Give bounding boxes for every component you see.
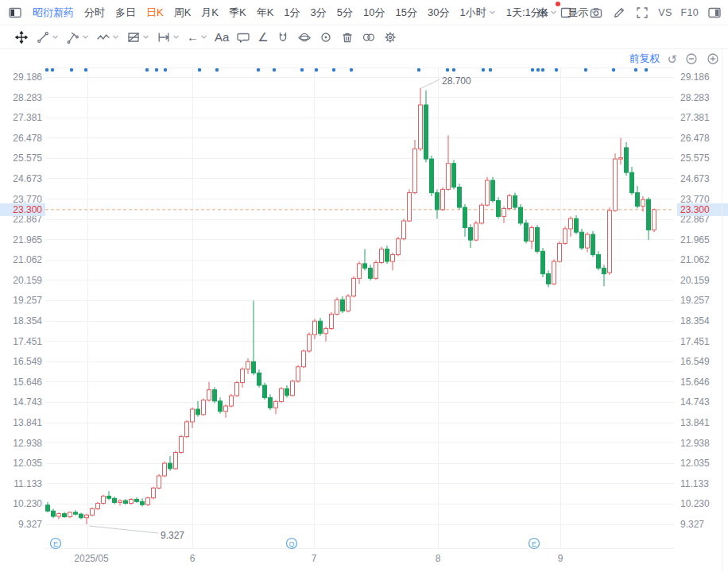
candle-body[interactable] <box>258 373 261 385</box>
candle-body[interactable] <box>124 500 128 503</box>
candle-body[interactable] <box>363 264 367 269</box>
period-month-k[interactable]: 月K <box>201 6 219 20</box>
candle-body[interactable] <box>614 159 618 211</box>
candle-body[interactable] <box>513 195 517 207</box>
candle-body[interactable] <box>625 148 629 172</box>
period-10min[interactable]: 10分 <box>363 6 385 20</box>
period-15min[interactable]: 15分 <box>396 6 417 20</box>
event-dot[interactable] <box>273 68 276 72</box>
comment-tool[interactable] <box>236 30 250 44</box>
event-dot[interactable] <box>332 68 335 72</box>
trendline-tool[interactable] <box>36 30 59 44</box>
candle-body[interactable] <box>436 193 440 210</box>
period-1min[interactable]: 1分 <box>284 6 300 20</box>
candle-body[interactable] <box>491 180 495 201</box>
tool-settings-icon[interactable] <box>383 30 397 44</box>
candle-body[interactable] <box>652 210 656 230</box>
candle-body[interactable] <box>330 314 334 328</box>
candle-body[interactable] <box>486 180 490 205</box>
candle-body[interactable] <box>608 211 612 272</box>
arrow-tool[interactable]: ← <box>187 30 207 44</box>
event-dot[interactable] <box>541 68 544 72</box>
event-dot[interactable] <box>300 68 304 72</box>
event-dot[interactable] <box>350 68 353 72</box>
period-day-k[interactable]: 日K <box>146 6 164 20</box>
candle-body[interactable] <box>202 400 206 415</box>
event-dot[interactable] <box>84 68 87 72</box>
candle-body[interactable] <box>335 300 339 314</box>
zoom-in-icon[interactable] <box>706 52 720 66</box>
f10-info-button[interactable]: F10 <box>681 7 699 18</box>
candle-body[interactable] <box>458 187 462 208</box>
left-panel-icon[interactable] <box>8 6 22 20</box>
symbol-name[interactable]: 昭衍新药 <box>33 6 74 20</box>
candle-body[interactable] <box>57 514 61 516</box>
magnet-tool[interactable] <box>276 30 290 44</box>
fullscreen-icon[interactable] <box>635 6 649 20</box>
candle-body[interactable] <box>402 221 406 239</box>
candle-body[interactable] <box>341 300 345 311</box>
event-dot[interactable] <box>51 68 54 72</box>
event-dot[interactable] <box>446 68 449 72</box>
event-dot[interactable] <box>612 68 615 72</box>
candle-body[interactable] <box>280 388 284 401</box>
candle-body[interactable] <box>525 223 529 242</box>
candle-body[interactable] <box>302 351 306 367</box>
candle-body[interactable] <box>85 515 89 517</box>
candle-body[interactable] <box>207 390 211 400</box>
candle-body[interactable] <box>291 381 295 396</box>
candle-body[interactable] <box>308 334 312 351</box>
candle-body[interactable] <box>452 164 456 187</box>
event-dot[interactable] <box>536 68 540 72</box>
candle-body[interactable] <box>358 264 362 278</box>
edit-pencil-icon[interactable] <box>612 6 626 20</box>
candle-body[interactable] <box>246 361 250 369</box>
pan-tool[interactable] <box>14 30 29 44</box>
event-dot[interactable] <box>555 68 558 72</box>
candle-body[interactable] <box>63 514 67 517</box>
pattern-tool[interactable] <box>126 30 149 44</box>
display-menu[interactable]: 显示 <box>567 6 598 20</box>
candle-body[interactable] <box>413 149 417 192</box>
event-dot[interactable] <box>482 68 485 72</box>
candle-body[interactable] <box>597 255 601 269</box>
candle-body[interactable] <box>52 511 56 516</box>
event-dot[interactable] <box>155 68 158 72</box>
candle-body[interactable] <box>107 496 111 498</box>
target-tool[interactable] <box>319 30 333 44</box>
candle-body[interactable] <box>463 207 467 228</box>
candle-body[interactable] <box>569 218 573 229</box>
candle-body[interactable] <box>580 232 584 248</box>
candle-body[interactable] <box>447 164 451 190</box>
undo-icon[interactable]: ↺ <box>667 53 677 65</box>
candle-body[interactable] <box>196 409 200 415</box>
event-dot[interactable] <box>417 68 420 72</box>
candle-body[interactable] <box>285 388 289 396</box>
event-dot[interactable] <box>452 68 455 72</box>
event-dot[interactable] <box>489 68 492 72</box>
candle-body[interactable] <box>536 228 540 252</box>
candle-body[interactable] <box>219 401 223 412</box>
candle-body[interactable] <box>508 195 512 208</box>
candle-body[interactable] <box>369 269 373 279</box>
candle-body[interactable] <box>152 488 156 497</box>
candle-body[interactable] <box>224 406 228 412</box>
delete-tool[interactable] <box>340 30 354 44</box>
candle-body[interactable] <box>530 228 534 242</box>
candle-body[interactable] <box>313 321 317 334</box>
candle-body[interactable] <box>113 498 117 502</box>
text-tool[interactable]: Aa <box>215 30 229 44</box>
period-duori[interactable]: 多日 <box>115 6 136 20</box>
candle-body[interactable] <box>469 228 473 241</box>
period-fenshi[interactable]: 分时 <box>84 6 105 20</box>
candle-body[interactable] <box>619 158 623 159</box>
period-week-k[interactable]: 周K <box>174 6 192 20</box>
event-dot[interactable] <box>145 68 149 72</box>
candlestick-chart[interactable]: 29.18629.18628.28328.28327.38127.38126.4… <box>0 49 728 572</box>
candle-body[interactable] <box>474 223 478 240</box>
candle-body[interactable] <box>391 255 395 262</box>
vs-compare-button[interactable]: VS <box>658 7 672 18</box>
candle-body[interactable] <box>480 205 484 223</box>
period-quarter-k[interactable]: 季K <box>229 6 246 20</box>
event-dot[interactable] <box>215 68 219 72</box>
